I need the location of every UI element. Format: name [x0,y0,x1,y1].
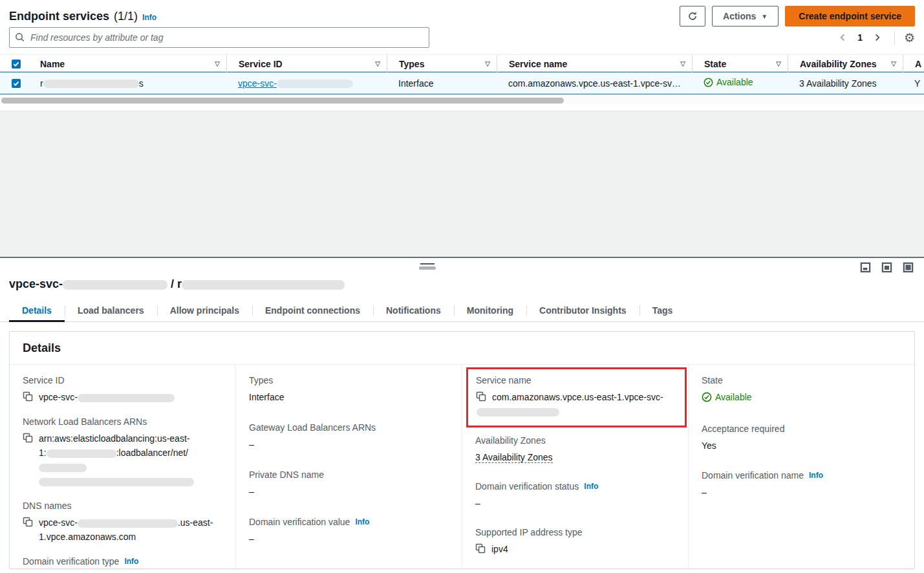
horizontal-scrollbar-thumb[interactable] [1,98,564,103]
copy-button[interactable] [23,515,33,527]
resource-count: (1/1) [114,10,138,23]
copy-button[interactable] [23,431,33,443]
field-domain-verification-type: Domain verification type Info – [23,556,225,573]
page-header: Endpoint services (1/1) Info Actions ▼ C… [9,5,915,27]
tab-notifications[interactable]: Notifications [373,301,454,321]
name-suffix: s [139,78,144,89]
service-id-link[interactable]: vpce-svc- [238,78,353,89]
panel-size-large-button[interactable] [903,262,914,273]
sort-filter-icon[interactable]: ▽ [215,60,220,67]
info-link[interactable]: Info [124,557,138,566]
refresh-button[interactable] [680,6,705,27]
state-available: Available [704,77,753,87]
title-service-id-prefix: vpce-svc- [9,277,63,290]
availability-zones-popover-link[interactable]: 3 Availability Zones [799,78,877,89]
tab-monitoring[interactable]: Monitoring [454,301,526,321]
copy-button[interactable] [23,390,33,402]
field-private-dns-name: Private DNS name – [249,470,451,499]
field-label: State [702,375,904,385]
search-input[interactable] [9,27,429,48]
paging-divider [894,30,895,45]
service-id-prefix: vpce-svc- [238,78,277,89]
tab-allow-principals[interactable]: Allow principals [157,301,252,321]
redacted-text [43,80,139,88]
name-prefix: r [40,78,43,89]
split-panel-drag-handle[interactable] [419,263,436,270]
page-background [0,111,924,257]
column-header-types[interactable]: Types ▽ [387,55,497,72]
copy-button[interactable] [475,542,486,554]
actions-button[interactable]: Actions ▼ [712,6,779,27]
details-card-title: Details [23,341,61,354]
page-title: Endpoint services [9,10,109,23]
field-state: State Available [702,375,904,406]
field-label: Service ID [23,375,225,385]
select-all-checkbox[interactable] [12,59,21,69]
details-column-4: State Available Acceptance required Yes [689,365,914,567]
header-info-link[interactable]: Info [142,13,156,22]
tab-load-balancers[interactable]: Load balancers [65,301,157,321]
tab-details[interactable]: Details [9,301,65,321]
field-nlb-arns: Network Load Balancers ARNs arn:aws:elas… [23,416,225,488]
gear-icon: ⚙ [904,31,915,45]
drag-handle-icon [419,266,436,270]
sort-filter-icon[interactable]: ▽ [485,60,490,67]
previous-page-button[interactable] [835,32,851,43]
sort-filter-icon[interactable]: ▽ [891,60,896,67]
preferences-gear-button[interactable]: ⚙ [904,32,915,44]
field-supported-ip-type: Supported IP address type ipv4 [475,527,678,556]
column-header-name[interactable]: Name ▽ [28,55,226,72]
panel-size-medium-button[interactable] [881,262,892,273]
panel-large-icon [903,262,914,273]
details-column-1: Service ID vpce-svc- Network Load Balanc… [10,365,236,567]
sort-filter-icon[interactable]: ▽ [776,60,781,67]
copy-icon [23,517,33,527]
endpoint-services-table: Name ▽ Service ID ▽ Types ▽ Service name… [0,54,924,94]
redacted-text [277,80,353,88]
info-link[interactable]: Info [355,517,369,526]
check-icon [13,61,19,67]
redacted-text [39,464,87,472]
field-domain-verification-status: Domain verification status Info – [475,481,678,510]
pagination: 1 ⚙ [835,30,915,45]
field-label: Availability Zones [475,435,678,446]
tab-tags[interactable]: Tags [639,301,686,321]
next-page-button[interactable] [869,32,885,43]
info-link[interactable]: Info [584,482,598,491]
column-label: Service name [509,59,567,69]
row-checkbox[interactable] [12,79,21,88]
field-value: – [249,437,451,451]
panel-size-small-button[interactable] [860,262,871,273]
create-endpoint-service-button[interactable]: Create endpoint service [785,6,915,27]
drag-handle-icon [420,263,435,265]
availability-zones-popover-link[interactable]: 3 Availability Zones [475,452,553,463]
column-header-service-id[interactable]: Service ID ▽ [226,55,387,72]
column-header-state[interactable]: State ▽ [692,55,788,72]
column-label: Name [40,59,65,69]
redacted-text [78,519,178,528]
column-label: Availability Zones [800,59,877,69]
table-row[interactable]: rs vpce-svc- Interface com.amazonaws.vpc… [0,72,924,94]
row-select-cell [0,79,28,88]
column-header-cut-off[interactable]: A [903,55,924,72]
field-value: ipv4 [475,542,678,556]
copy-button[interactable] [476,390,486,402]
sort-filter-icon[interactable]: ▽ [680,60,685,67]
tab-contributor-insights[interactable]: Contributor Insights [526,301,639,321]
nlb-arn-line2-prefix: 1: [39,448,47,458]
redacted-text [182,280,345,290]
column-header-service-name[interactable]: Service name ▽ [497,55,692,72]
field-label: DNS names [23,501,225,511]
field-domain-verification-value: Domain verification value Info – [249,517,451,546]
column-header-availability-zones[interactable]: Availability Zones ▽ [788,55,903,72]
field-label: Supported IP address type [475,527,678,537]
page-number[interactable]: 1 [854,32,866,43]
sort-filter-icon[interactable]: ▽ [375,60,380,67]
column-label: A [915,59,921,69]
chevron-down-icon: ▼ [761,13,768,20]
service-name-value: com.amazonaws.vpce.us-east-1.vpce-svc- [492,392,663,402]
field-value: – [702,485,904,499]
info-link[interactable]: Info [809,471,823,480]
tab-endpoint-connections[interactable]: Endpoint connections [252,301,373,321]
panel-small-icon [860,262,871,273]
